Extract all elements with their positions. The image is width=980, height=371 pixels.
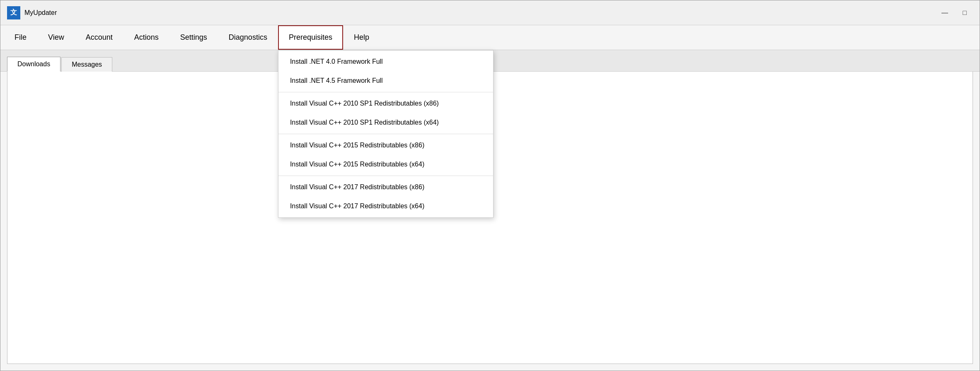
menu-item-net40[interactable]: Install .NET 4.0 Framework Full — [278, 52, 493, 71]
menu-prerequisites-wrapper: Prerequisites Install .NET 4.0 Framework… — [278, 25, 343, 50]
menu-item-prerequisites[interactable]: Prerequisites — [278, 25, 343, 50]
tab-downloads[interactable]: Downloads — [7, 57, 60, 72]
prerequisites-section-vcpp2017: Install Visual C++ 2017 Redistributables… — [278, 176, 493, 217]
minimize-button[interactable]: — — [936, 7, 953, 19]
app-icon-text: 文 — [10, 8, 17, 17]
menu-item-settings[interactable]: Settings — [169, 25, 218, 50]
menu-item-vcpp2010x64[interactable]: Install Visual C++ 2010 SP1 Redistributa… — [278, 113, 493, 132]
prerequisites-section-vcpp2015: Install Visual C++ 2015 Redistributables… — [278, 134, 493, 176]
title-bar-controls: — □ — [936, 7, 973, 19]
menu-bar: File View Account Actions Settings Diagn… — [0, 25, 980, 50]
menu-item-net45[interactable]: Install .NET 4.5 Framework Full — [278, 71, 493, 90]
app-icon: 文 — [7, 6, 20, 19]
prerequisites-section-dotnet: Install .NET 4.0 Framework Full Install … — [278, 51, 493, 92]
app-title: MyUpdater — [24, 9, 57, 17]
tab-messages[interactable]: Messages — [61, 57, 112, 72]
menu-item-account[interactable]: Account — [75, 25, 123, 50]
prerequisites-section-vcpp2010: Install Visual C++ 2010 SP1 Redistributa… — [278, 92, 493, 134]
title-bar: 文 MyUpdater — □ — [0, 0, 980, 25]
main-window: 文 MyUpdater — □ File View Account Action… — [0, 0, 980, 371]
menu-item-vcpp2015x64[interactable]: Install Visual C++ 2015 Redistributables… — [278, 155, 493, 174]
menu-item-vcpp2017x86[interactable]: Install Visual C++ 2017 Redistributables… — [278, 178, 493, 197]
menu-item-vcpp2010x86[interactable]: Install Visual C++ 2010 SP1 Redistributa… — [278, 94, 493, 113]
maximize-button[interactable]: □ — [956, 7, 973, 19]
menu-item-file[interactable]: File — [4, 25, 37, 50]
menu-item-vcpp2017x64[interactable]: Install Visual C++ 2017 Redistributables… — [278, 197, 493, 216]
prerequisites-dropdown: Install .NET 4.0 Framework Full Install … — [278, 50, 494, 218]
menu-item-diagnostics[interactable]: Diagnostics — [218, 25, 278, 50]
menu-item-actions[interactable]: Actions — [123, 25, 169, 50]
title-bar-left: 文 MyUpdater — [7, 6, 57, 19]
menu-item-vcpp2015x86[interactable]: Install Visual C++ 2015 Redistributables… — [278, 136, 493, 155]
menu-item-view[interactable]: View — [37, 25, 75, 50]
menu-item-help[interactable]: Help — [343, 25, 380, 50]
